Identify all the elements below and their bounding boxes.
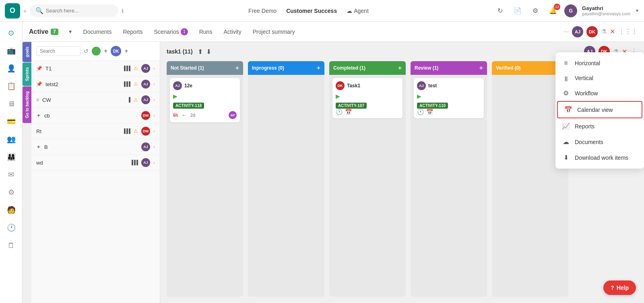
task-item-tetst2[interactable]: 📌 tetst2 ⚠ AJ ›: [31, 76, 160, 92]
info-icon[interactable]: ℹ: [122, 8, 124, 14]
search-input[interactable]: [46, 8, 110, 14]
sidebar-item-team[interactable]: 👨‍👩‍👧: [3, 149, 19, 165]
scenarios-badge: 1: [181, 28, 188, 35]
undo-btn[interactable]: ↺: [84, 48, 89, 54]
sidebar-item-card[interactable]: 💳: [3, 113, 19, 130]
close-filter-icon[interactable]: ✕: [610, 28, 615, 35]
task-item-B[interactable]: ✦ B AJ ›: [31, 139, 160, 155]
user-dropdown-arrow[interactable]: ▼: [635, 8, 639, 13]
sidebar-item-clock[interactable]: 🕐: [3, 220, 19, 236]
sidebar-item-home[interactable]: ⊙: [3, 25, 19, 41]
col-body-review: AJ test ▶ ACTIVITY-110 🕐: [411, 75, 487, 297]
col-add-inprogress[interactable]: +: [317, 64, 320, 72]
task-avatar-dm: DM: [141, 127, 150, 136]
kanban-card-test[interactable]: AJ test ▶ ACTIVITY-110 🕐: [414, 78, 484, 118]
bar2: [126, 66, 128, 71]
menu-item-vertical[interactable]: ||| Vertical: [555, 71, 644, 85]
search-bar[interactable]: 🔍: [30, 4, 118, 17]
upload-btn[interactable]: ⬆: [198, 48, 203, 56]
sidebar-item-mail[interactable]: ✉: [3, 167, 19, 183]
menu-item-documents[interactable]: ☁ Documents: [555, 134, 644, 150]
free-demo-link[interactable]: Free Demo: [248, 8, 277, 14]
task-expand-arrow[interactable]: ›: [153, 128, 155, 134]
tab-activity[interactable]: Activity: [223, 27, 242, 37]
tab-reports[interactable]: Reports: [122, 27, 143, 37]
help-button[interactable]: ? Help: [603, 280, 636, 295]
team-avatar-aj[interactable]: AJ: [572, 26, 583, 37]
tab-scenarios[interactable]: Scenarios 1: [153, 27, 188, 37]
kanban-card-12e[interactable]: AJ 12e ▶ ACTIVITY-118 6h: [170, 78, 240, 122]
menu-label-documents: Documents: [575, 139, 603, 145]
col-add-review[interactable]: +: [479, 64, 483, 72]
more-btn[interactable]: ···: [564, 28, 569, 35]
menu-item-download-work-items[interactable]: ⬇ Download work items: [555, 150, 644, 165]
sidebar-item-tv[interactable]: 📺: [3, 43, 19, 59]
menu-item-horizontal[interactable]: ≡ Horizontal: [555, 56, 644, 71]
kanban-card-task1[interactable]: DK Task1 ▶ ACTIVITY-107 🕐: [332, 78, 402, 118]
sprint-tab-backlog[interactable]: Go to backlog: [23, 87, 31, 123]
task-expand-arrow[interactable]: ›: [153, 81, 155, 87]
sidebar-item-file[interactable]: 🗒: [3, 237, 19, 254]
status-circle[interactable]: [92, 47, 101, 56]
sidebar-item-users[interactable]: 👤: [3, 60, 19, 76]
tab-documents[interactable]: Documents: [83, 27, 113, 37]
customer-success-link[interactable]: Customer Success: [286, 8, 337, 14]
menu-item-reports[interactable]: 📈 Reports: [555, 118, 644, 134]
user-name: Gayathri: [582, 5, 630, 11]
add-task-btn[interactable]: +: [104, 47, 107, 55]
task-expand-arrow[interactable]: ›: [153, 97, 155, 103]
menu-item-calendar-view[interactable]: 📅 Calendar view: [557, 101, 642, 118]
task-item-T1[interactable]: 📌 T1 ⚠ AJ ›: [31, 61, 160, 76]
menu-item-workflow[interactable]: ⚙ Workflow: [555, 85, 644, 101]
help-icon: ?: [611, 284, 614, 291]
settings-icon-btn[interactable]: ⚙: [529, 4, 542, 17]
task-expand-arrow[interactable]: ›: [153, 144, 155, 150]
task-item-CW[interactable]: ≡ CW ⚠ AJ ›: [31, 92, 160, 108]
tab-project-summary[interactable]: Project summary: [252, 27, 296, 37]
task-item-cb[interactable]: ✦ cb DM ›: [31, 108, 160, 124]
bar1: [124, 128, 126, 134]
notification-btn[interactable]: 🔔 13: [547, 4, 559, 17]
sidebar-item-monitor[interactable]: 🖥: [3, 96, 19, 112]
col-add-completed[interactable]: +: [398, 64, 402, 72]
document-icon-btn[interactable]: 📄: [511, 4, 524, 17]
active-dropdown-btn[interactable]: ▼: [68, 29, 73, 35]
team-avatar-dk[interactable]: DK: [586, 26, 598, 37]
tab-runs[interactable]: Runs: [198, 27, 213, 37]
filter-icon[interactable]: ⚗: [601, 28, 607, 35]
app-logo[interactable]: O: [5, 3, 20, 19]
clock-icon: 🕐: [417, 109, 424, 115]
task-item-wd[interactable]: wd AJ ›: [31, 155, 160, 171]
reports-icon: 📈: [562, 122, 570, 130]
sidebar-item-settings[interactable]: ⚙: [3, 184, 19, 200]
col-header-inprogress: Inprogress (0) +: [248, 61, 324, 75]
sidebar-item-tasks[interactable]: 📋: [3, 78, 19, 94]
task-expand-arrow[interactable]: ›: [153, 160, 155, 165]
user-avatar[interactable]: G: [564, 4, 577, 17]
download-btn[interactable]: ⬇: [206, 48, 211, 56]
task-bars: [124, 66, 130, 71]
play-icon[interactable]: ▶: [417, 93, 421, 99]
user-chip-dk[interactable]: DK: [111, 46, 121, 56]
card-duration: 2d: [190, 113, 195, 117]
refresh-icon-btn[interactable]: ↻: [493, 4, 506, 17]
task-item-Rt[interactable]: Rt ⚠ DM ›: [31, 124, 160, 139]
sprint-tab-goals[interactable]: goals: [23, 42, 31, 62]
col-add-not-started[interactable]: +: [235, 64, 239, 72]
expand-icon[interactable]: »: [23, 8, 27, 14]
sidebar-item-person[interactable]: 🧑: [3, 202, 19, 218]
task-search-input[interactable]: [36, 46, 80, 56]
task-expand-arrow[interactable]: ›: [153, 113, 155, 118]
card-name: Task1: [347, 83, 360, 89]
card-name: 12e: [184, 83, 192, 89]
options-btn[interactable]: ⋮⋮⋮: [618, 28, 638, 35]
activity-tag: ACTIVITY-107: [336, 103, 367, 109]
agent-link[interactable]: ☁ Agent: [347, 8, 369, 14]
play-icon[interactable]: ▶: [336, 93, 340, 99]
add-member-btn[interactable]: +: [124, 47, 128, 55]
task-expand-arrow[interactable]: ›: [153, 66, 155, 71]
play-icon[interactable]: ▶: [173, 93, 178, 99]
col-body-not-started: AJ 12e ▶ ACTIVITY-118 6h: [167, 75, 243, 297]
sprint-tab-sprints[interactable]: Sprints: [23, 62, 31, 86]
sidebar-item-group[interactable]: 👥: [3, 131, 19, 147]
